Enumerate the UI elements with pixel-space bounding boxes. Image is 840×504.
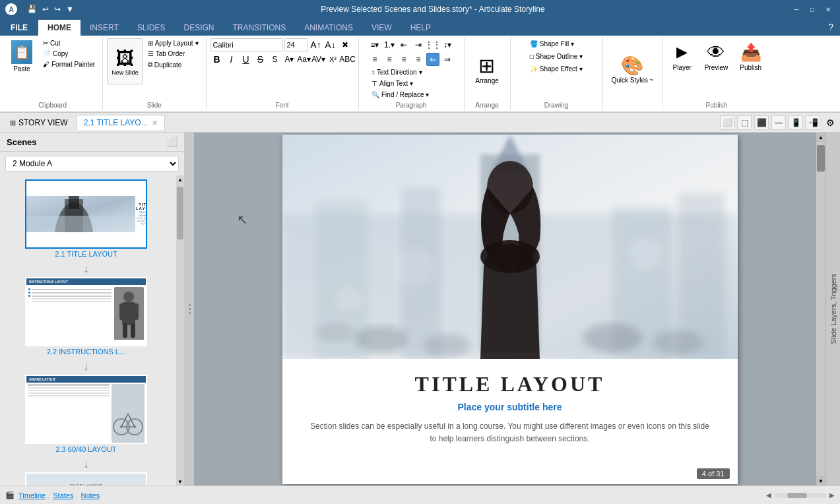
sidebar-scrollbar[interactable]: ▲ ▼ [176,175,184,486]
slide-thumbnail-2[interactable]: INSTRUCTIONS LAYOUT [25,277,147,346]
preview-label: Preview [705,64,728,71]
font-group-inner: A↑ A↓ ✖ B I U S S A▾ Aa▾ AV▾ X² ABC [210,38,354,75]
font-color-button[interactable]: A▾ [283,53,296,66]
tab-design[interactable]: DESIGN [174,20,223,36]
scene-selector: 1 Module 1 2 Module A 3 Module B [5,156,179,172]
align-center-button[interactable]: ≡ [383,53,396,66]
bold-button[interactable]: B [210,53,224,66]
sidebar-collapse-button[interactable]: ⬜ [166,137,178,147]
subscript-button[interactable]: X² [327,53,340,66]
columns-button[interactable]: ⋮⋮ [426,38,439,51]
duplicate-button[interactable]: ⧉ Duplicate [145,59,202,70]
layout-tablet-button[interactable]: 📱 [789,115,803,130]
preview-button[interactable]: 👁 Preview [700,38,733,75]
rtl-button[interactable]: ⇐ [426,53,439,66]
char-spacing-button[interactable]: AV▾ [312,53,325,66]
slide-label-2[interactable]: 2.2 INSTRUCTIONS L... [47,348,125,356]
layout-normal-button[interactable]: ⬜ [720,115,734,130]
italic-button[interactable]: I [225,53,238,66]
timeline-link[interactable]: Timeline [18,491,46,499]
tab-title-layout[interactable]: 2.1 TITLE LAYO... ✕ [77,115,165,130]
shape-outline-button[interactable]: □ Shape Outline ▾ [525,51,587,62]
player-button[interactable]: ▶ Player [667,38,697,75]
slide-thumbnail-3[interactable]: AWARD LAYOUT [25,375,147,444]
states-link[interactable]: States [53,491,73,499]
tab-story-view[interactable]: ⊞ STORY VIEW [3,115,75,130]
canvas-vertical-scrollbar[interactable]: ▲ ▼ [816,133,825,486]
font-name-input[interactable] [210,38,283,51]
help-icon-button[interactable]: ? [822,18,840,36]
align-right-button[interactable]: ≡ [397,53,410,66]
tab-file[interactable]: FILE [0,20,38,36]
new-slide-button[interactable]: 🖼 New Slide [107,38,143,84]
cut-button[interactable]: ✂ Cut [40,38,98,48]
quick-access-dropdown[interactable]: ▼ [64,3,76,15]
notes-link[interactable]: Notes [81,491,100,499]
save-button[interactable]: 💾 [25,3,39,15]
clear-format-button[interactable]: ✖ [339,38,352,51]
scroll-right-arrow[interactable]: ▶ [829,491,835,499]
slide-thumbnail-1[interactable]: TITLE LAYOUT Place your subtitle here Se… [25,179,147,249]
copy-button[interactable]: 📄 Copy [40,49,98,59]
minimize-button[interactable]: ─ [790,5,803,14]
line-spacing-button[interactable]: ↕▾ [441,38,454,51]
publish-button[interactable]: 📤 Publish [735,38,766,75]
quick-styles-button[interactable]: 🎨 Quick Styles ~ [607,51,659,87]
align-left-button[interactable]: ≡ [368,53,381,66]
layout-mobile-button[interactable]: 📲 [806,115,820,130]
underline-button[interactable]: U [240,53,253,66]
slide-thumbnail-4[interactable]: PAGE LAYOUT [25,472,147,486]
shape-fill-button[interactable]: 🪣 Shape Fill ▾ [525,38,579,49]
decrease-indent-button[interactable]: ⇤ [397,38,410,51]
font-size-input[interactable] [284,38,308,51]
sidebar-scroll-down[interactable]: ▼ [176,478,184,486]
justify-button[interactable]: ≡ [412,53,425,66]
tab-transitions[interactable]: TRANSITIONS [224,20,296,36]
slide-label-3[interactable]: 2.3 60/40 LAYOUT [55,445,116,453]
spellcheck-button[interactable]: ABC [341,53,354,66]
shape-effect-button[interactable]: ✨ Shape Effect ▾ [525,63,587,75]
tab-slides[interactable]: SLIDES [128,20,175,36]
slide-layers-label[interactable]: Slide Layers, Triggers [826,270,841,347]
find-replace-button[interactable]: 🔍 Find / Replace ▾ [368,90,432,100]
increase-font-button[interactable]: A↑ [309,38,323,51]
arrange-button[interactable]: ⊞ Arrange [469,51,505,88]
settings-gear-button[interactable]: ⚙ [823,115,837,130]
redo-button[interactable]: ↪ [52,3,63,15]
maximize-button[interactable]: □ [806,5,819,14]
apply-layout-button[interactable]: ⊞ Apply Layout ▾ [145,38,202,48]
slide-label-1[interactable]: 2.1 TITLE LAYOUT [55,250,117,258]
align-text-button[interactable]: ⊤ Align Text ▾ [368,79,416,88]
undo-button[interactable]: ↩ [40,3,51,15]
scroll-up-arrow[interactable]: ▲ [816,133,825,142]
shadow-button[interactable]: S [269,53,282,66]
format-painter-button[interactable]: 🖌 Format Painter [40,59,98,69]
numbering-button[interactable]: 1.▾ [383,38,396,51]
tab-view[interactable]: VIEW [362,20,401,36]
ltr-button[interactable]: ⇒ [441,53,454,66]
scene-dropdown[interactable]: 1 Module 1 2 Module A 3 Module B [5,156,179,172]
layout-min-button[interactable]: — [771,115,786,130]
increase-indent-button[interactable]: ⇥ [412,38,425,51]
tab-order-button[interactable]: ☰ Tab Order [145,49,202,59]
sidebar-resize-handle[interactable] [185,133,194,486]
tab-insert[interactable]: INSERT [81,20,128,36]
layout-split-h-button[interactable]: ⬚ [737,115,752,130]
sidebar-scroll-up[interactable]: ▲ [176,175,184,183]
scissors-icon: ✂ [43,40,48,47]
slide-canvas[interactable]: TITLE LAYOUT Place your subtitle here Se… [282,135,738,484]
bullets-button[interactable]: ≡▾ [368,38,381,51]
tab-home[interactable]: HOME [38,20,81,36]
decrease-font-button[interactable]: A↓ [324,38,337,51]
tab-help[interactable]: HELP [401,20,440,36]
text-direction-button[interactable]: ↕ Text Direction ▾ [368,67,426,77]
close-button[interactable]: ✕ [822,5,835,14]
close-tab-icon[interactable]: ✕ [152,119,158,127]
font-case-button[interactable]: Aa▾ [298,53,311,66]
scroll-left-arrow[interactable]: ◀ [766,491,771,499]
paste-button[interactable]: 📋 Paste [7,38,37,75]
scroll-down-arrow[interactable]: ▼ [816,476,825,486]
layout-split-v-button[interactable]: ⬛ [754,115,769,130]
strike-button[interactable]: S [254,53,267,66]
tab-animations[interactable]: ANIMATIONS [295,20,362,36]
